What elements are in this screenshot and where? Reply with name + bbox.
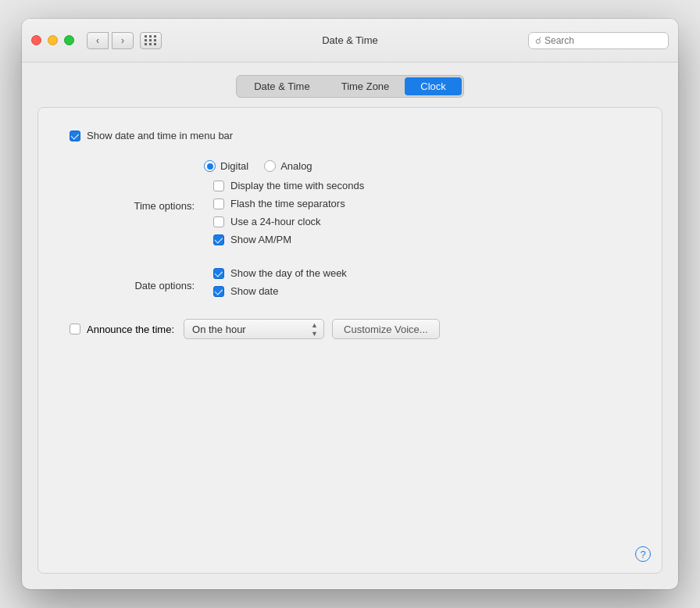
display-seconds-label: Display the time with seconds <box>230 180 364 191</box>
date-options-label: Date options: <box>70 280 195 291</box>
show-menu-bar-label: Show date and time in menu bar <box>87 130 233 141</box>
tab-date-time[interactable]: Date & Time <box>238 77 326 95</box>
time-options-content: Digital Analog Display the time with sec… <box>204 160 364 252</box>
show-day-checkbox[interactable] <box>213 268 224 279</box>
time-sub-options: Display the time with seconds Flash the … <box>213 180 364 245</box>
announce-row: Announce the time: On the hour On the ha… <box>70 319 630 339</box>
window: ‹ › Date & Time ☌ Date & Time Time Zone … <box>22 19 678 589</box>
tab-time-zone[interactable]: Time Zone <box>326 77 405 95</box>
search-icon: ☌ <box>535 35 541 46</box>
announce-dropdown[interactable]: On the hour On the half hour On the quar… <box>184 319 324 339</box>
forward-button[interactable]: › <box>112 32 134 49</box>
show-menu-bar-checkbox[interactable] <box>70 131 80 141</box>
grid-icon <box>145 35 157 45</box>
flash-separators-row: Flash the time separators <box>213 198 364 209</box>
nav-buttons: ‹ › <box>87 32 134 49</box>
analog-label: Analog <box>280 160 312 172</box>
maximize-button[interactable] <box>64 35 74 45</box>
announce-cb-group: Announce the time: <box>70 324 174 335</box>
announce-select-wrapper: On the hour On the half hour On the quar… <box>184 319 324 339</box>
window-title: Date & Time <box>322 34 378 46</box>
show-menu-bar-row: Show date and time in menu bar <box>70 130 630 141</box>
time-format-radio-group: Digital Analog <box>204 160 364 172</box>
24-hour-label: Use a 24-hour clock <box>230 216 321 227</box>
search-input[interactable] <box>545 35 662 46</box>
analog-radio[interactable] <box>264 160 276 172</box>
tab-bar: Date & Time Time Zone Clock <box>38 75 662 98</box>
clock-panel: Show date and time in menu bar Time opti… <box>38 107 662 574</box>
traffic-lights <box>31 35 74 45</box>
24-hour-checkbox[interactable] <box>213 216 224 227</box>
display-seconds-row: Display the time with seconds <box>213 180 364 191</box>
date-sub-options: Show the day of the week Show date <box>213 267 347 303</box>
help-button[interactable]: ? <box>635 546 651 562</box>
content-area: Date & Time Time Zone Clock Show date an… <box>22 63 678 589</box>
announce-label: Announce the time: <box>87 324 174 335</box>
minimize-button[interactable] <box>48 35 58 45</box>
close-button[interactable] <box>31 35 41 45</box>
search-box[interactable]: ☌ <box>528 32 669 49</box>
digital-option[interactable]: Digital <box>204 160 248 172</box>
flash-separators-checkbox[interactable] <box>213 198 224 209</box>
tab-clock[interactable]: Clock <box>405 77 462 95</box>
24-hour-row: Use a 24-hour clock <box>213 216 364 227</box>
show-date-label: Show date <box>230 285 278 297</box>
show-day-label: Show the day of the week <box>230 267 347 279</box>
analog-option[interactable]: Analog <box>264 160 312 172</box>
flash-separators-label: Flash the time separators <box>230 198 345 209</box>
back-button[interactable]: ‹ <box>87 32 109 49</box>
show-date-row: Show date <box>213 285 347 297</box>
time-options-label: Time options: <box>70 200 195 212</box>
announce-checkbox[interactable] <box>70 324 80 334</box>
date-options-row: Date options: Show the day of the week S… <box>70 267 630 303</box>
show-ampm-row: Show AM/PM <box>213 234 364 245</box>
time-options-row: Time options: Digital Analog <box>70 160 630 252</box>
show-date-checkbox[interactable] <box>213 286 224 297</box>
titlebar: ‹ › Date & Time ☌ <box>22 19 678 63</box>
digital-radio[interactable] <box>204 160 216 172</box>
show-ampm-checkbox[interactable] <box>213 234 224 245</box>
display-seconds-checkbox[interactable] <box>213 181 224 191</box>
show-ampm-label: Show AM/PM <box>230 234 291 245</box>
show-day-row: Show the day of the week <box>213 267 347 279</box>
digital-label: Digital <box>220 160 248 172</box>
customize-voice-button[interactable]: Customize Voice... <box>332 319 440 339</box>
tab-group: Date & Time Time Zone Clock <box>236 75 464 98</box>
grid-view-button[interactable] <box>140 32 162 49</box>
